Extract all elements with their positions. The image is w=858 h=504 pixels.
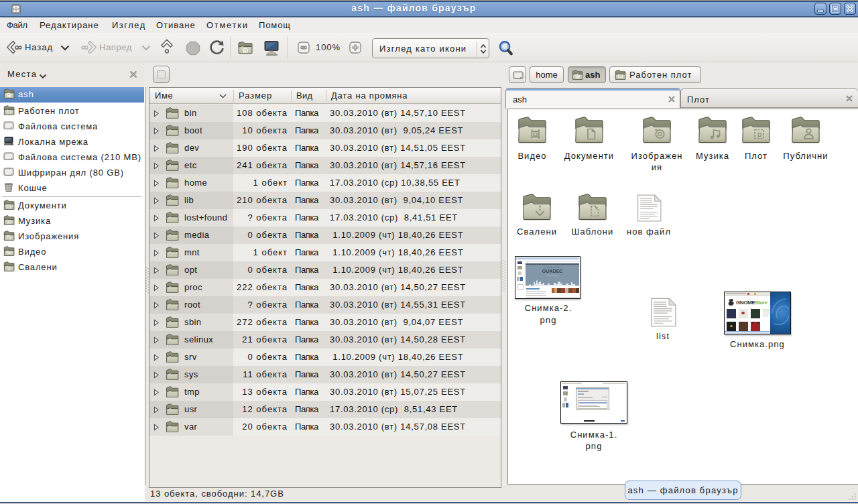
svg-text:D: D [757,131,762,138]
